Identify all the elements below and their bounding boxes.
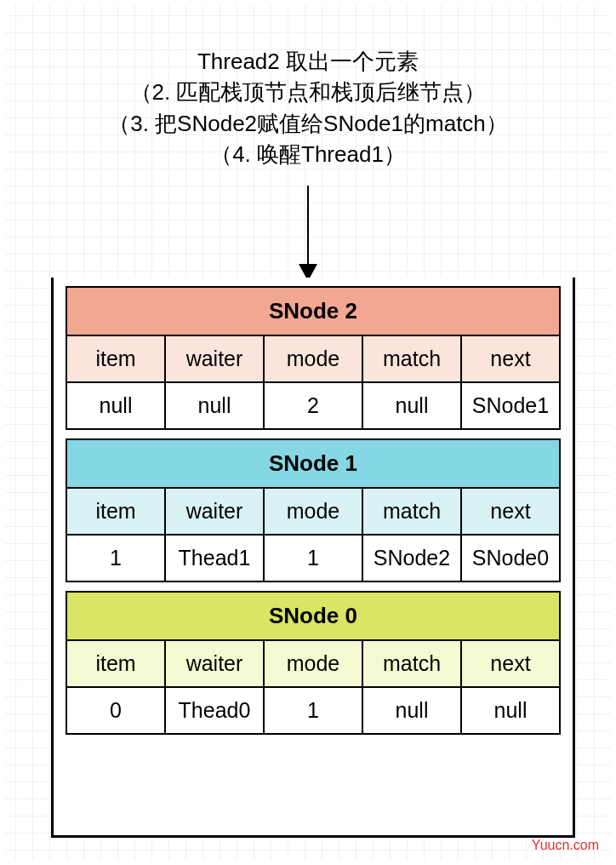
caption-line-4: （4. 唤醒Thread1） [5,139,611,169]
snode-2-waiter: null [166,383,265,428]
snode-0-next: null [462,688,559,733]
col-item: item [67,489,166,534]
snode-0-match: null [363,688,462,733]
snode-1-next: SNode0 [462,536,559,581]
col-waiter: waiter [166,641,265,686]
col-next: next [462,641,559,686]
snode-2-labels: item waiter mode match next [67,336,559,383]
col-match: match [363,641,462,686]
snode-0-mode: 1 [265,688,363,733]
snode-0: SNode 0 item waiter mode match next 0 Th… [66,591,561,735]
snode-2-values: null null 2 null SNode1 [67,383,559,428]
snode-2-item: null [67,383,166,428]
snode-1-waiter: Thead1 [166,536,265,581]
watermark: Yuucn.com [532,838,599,853]
col-match: match [363,336,462,381]
snode-0-values: 0 Thead0 1 null null [67,688,559,733]
col-item: item [67,336,166,381]
caption-block: Thread2 取出一个元素 （2. 匹配栈顶节点和栈顶后继节点） （3. 把S… [5,5,611,170]
stack-container: SNode 2 item waiter mode match next null… [51,278,575,838]
snode-1-match: SNode2 [363,536,462,581]
snode-2-mode: 2 [265,383,363,428]
col-waiter: waiter [166,336,265,381]
col-next: next [462,489,559,534]
snode-1-labels: item waiter mode match next [67,489,559,536]
caption-line-1: Thread2 取出一个元素 [5,46,611,77]
caption-line-3: （3. 把SNode2赋值给SNode1的match） [5,108,611,139]
snode-2-match: null [363,383,462,428]
snode-1-values: 1 Thead1 1 SNode2 SNode0 [67,536,559,581]
snode-1-mode: 1 [265,536,363,581]
snode-0-labels: item waiter mode match next [67,641,559,688]
snode-2-title: SNode 2 [67,288,559,336]
snode-0-title: SNode 0 [67,593,559,641]
snode-0-item: 0 [67,688,166,733]
snode-1: SNode 1 item waiter mode match next 1 Th… [66,438,561,582]
col-item: item [67,641,166,686]
snode-2-next: SNode1 [462,383,559,428]
col-next: next [462,336,559,381]
snode-2: SNode 2 item waiter mode match next null… [66,286,561,430]
snode-1-item: 1 [67,536,166,581]
snode-1-title: SNode 1 [67,440,559,489]
snode-0-waiter: Thead0 [166,688,265,733]
caption-line-2: （2. 匹配栈顶节点和栈顶后继节点） [5,77,611,107]
col-waiter: waiter [166,489,265,534]
col-mode: mode [265,641,363,686]
col-match: match [363,489,462,534]
col-mode: mode [265,336,363,381]
arrow-down-icon [307,186,309,279]
col-mode: mode [265,489,363,534]
